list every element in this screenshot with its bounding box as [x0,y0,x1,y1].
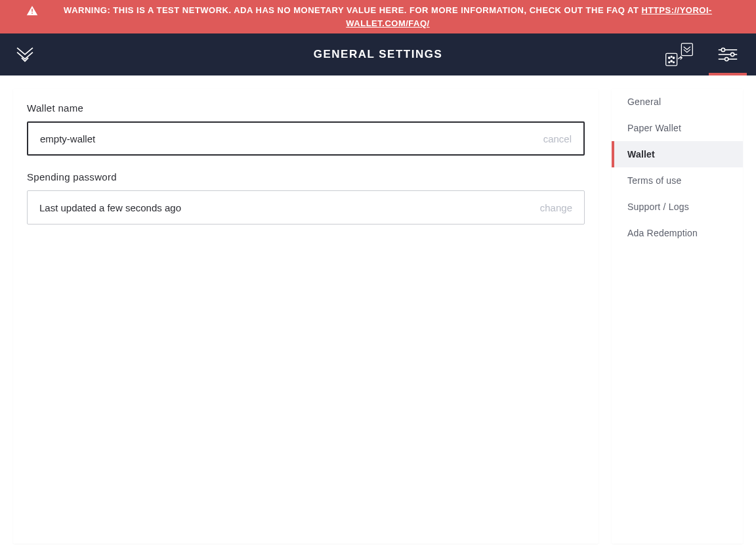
spending-password-change-button[interactable]: change [540,202,572,213]
yoroi-logo[interactable] [13,43,37,66]
sidebar-item-support-logs[interactable]: Support / Logs [612,194,743,220]
svg-point-11 [721,48,724,51]
spending-password-field-box[interactable]: Last updated a few seconds ago change [27,190,585,225]
warning-text: WARNING: THIS IS A TEST NETWORK. ADA HAS… [64,5,641,15]
warning-icon [26,5,38,20]
test-network-warning-banner: WARNING: THIS IS A TEST NETWORK. ADA HAS… [0,0,756,33]
warning-text-wrapper: WARNING: THIS IS A TEST NETWORK. ADA HAS… [46,4,730,30]
wallet-name-group: Wallet name cancel [27,102,585,156]
svg-rect-0 [32,9,33,12]
wallet-name-label: Wallet name [27,102,585,114]
content-area: Wallet name cancel Spending password Las… [0,75,756,556]
settings-button[interactable] [713,33,743,75]
spending-password-status: Last updated a few seconds ago [39,202,540,213]
svg-point-4 [669,57,671,59]
wallet-name-field-box[interactable]: cancel [27,121,585,156]
settings-sidebar: General Paper Wallet Wallet Terms of use… [612,89,743,544]
wallet-name-cancel-button[interactable]: cancel [543,133,572,144]
sidebar-item-general[interactable]: General [612,89,743,115]
spending-password-label: Spending password [27,171,585,182]
settings-main-panel: Wallet name cancel Spending password Las… [13,89,598,544]
svg-point-13 [730,53,734,56]
svg-rect-1 [32,12,33,14]
svg-point-5 [671,60,673,62]
sidebar-item-paper-wallet[interactable]: Paper Wallet [612,115,743,141]
svg-point-7 [671,56,672,57]
svg-point-8 [669,62,670,63]
sidebar-item-wallet[interactable]: Wallet [612,141,743,167]
sidebar-item-ada-redemption[interactable]: Ada Redemption [612,220,743,246]
page-title: GENERAL SETTINGS [0,48,756,61]
daedalus-transfer-button[interactable] [664,33,694,75]
spending-password-group: Spending password Last updated a few sec… [27,171,585,225]
wallet-name-input[interactable] [40,133,543,144]
app-header: GENERAL SETTINGS [0,33,756,75]
svg-point-6 [673,57,675,59]
svg-rect-3 [666,53,677,66]
svg-point-15 [725,57,728,60]
svg-point-9 [673,62,675,63]
sidebar-item-terms-of-use[interactable]: Terms of use [612,167,743,194]
settings-nav: General Paper Wallet Wallet Terms of use… [612,89,743,246]
header-actions [664,33,743,75]
